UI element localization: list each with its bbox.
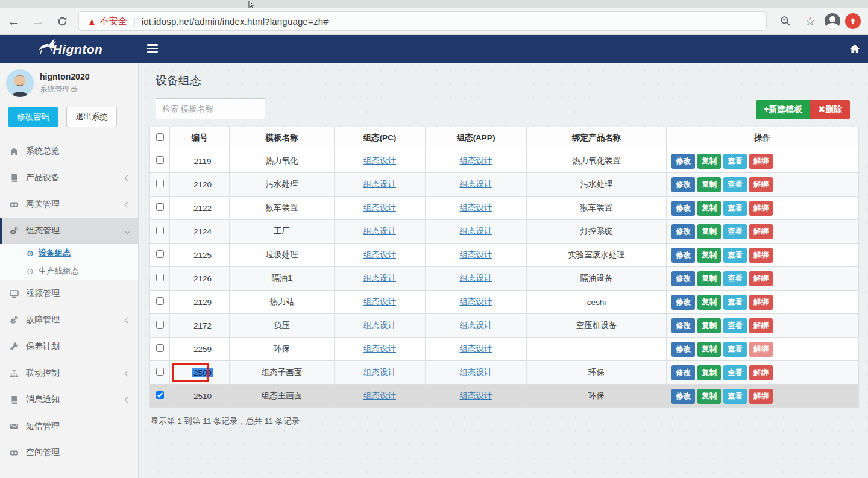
view-button[interactable]: 查看 [723,224,747,239]
address-bar[interactable]: ▲ 不安全 | iot.idosp.net/admin/index.html?l… [78,11,767,31]
sidebar-item-sms-management[interactable]: 短信管理 [0,413,138,439]
table-row[interactable]: 2509 组态子画面 组态设计 组态设计 环保 修改复制查看解绑 [150,361,859,385]
browser-profile-avatar[interactable] [825,13,840,29]
sidebar-item-fault-management[interactable]: 故障管理 [0,307,138,333]
config-design-link-pc[interactable]: 组态设计 [363,274,396,283]
copy-button[interactable]: 复制 [697,318,721,333]
sidebar-item-device-config[interactable]: ⊙ 设备组态 [0,244,138,262]
view-button[interactable]: 查看 [723,318,747,333]
edit-button[interactable]: 修改 [671,177,695,192]
table-row[interactable]: 2129 热力站 组态设计 组态设计 ceshi 修改复制查看解绑 [150,291,859,314]
config-design-link-app[interactable]: 组态设计 [460,274,492,283]
config-design-link-pc[interactable]: 组态设计 [363,250,396,259]
brand-logo[interactable]: Hignton [0,35,139,63]
config-design-link-app[interactable]: 组态设计 [460,368,492,377]
view-button[interactable]: 查看 [723,201,747,216]
copy-button[interactable]: 复制 [697,389,721,404]
config-design-link-app[interactable]: 组态设计 [460,344,492,353]
copy-button[interactable]: 复制 [697,365,721,380]
copy-button[interactable]: 复制 [697,248,721,263]
row-checkbox[interactable] [156,203,164,211]
unbind-button[interactable]: 解绑 [749,342,773,357]
config-design-link-app[interactable]: 组态设计 [460,227,492,236]
edit-button[interactable]: 修改 [671,365,695,380]
copy-button[interactable]: 复制 [697,342,721,357]
sidebar-item-message-notification[interactable]: 消息通知 [0,386,138,413]
table-row[interactable]: 2122 猴车装置 组态设计 组态设计 猴车装置 修改复制查看解绑 [150,197,859,220]
view-button[interactable]: 查看 [723,177,747,192]
copy-button[interactable]: 复制 [697,224,721,239]
config-design-link-app[interactable]: 组态设计 [460,297,492,306]
security-warning[interactable]: ▲ 不安全 [87,16,127,27]
config-design-link-pc[interactable]: 组态设计 [363,344,396,353]
config-design-link-app[interactable]: 组态设计 [460,321,492,330]
edit-button[interactable]: 修改 [671,224,695,239]
config-design-link-pc[interactable]: 组态设计 [363,156,396,165]
row-checkbox[interactable] [156,250,164,258]
edit-button[interactable]: 修改 [671,342,695,357]
table-row[interactable]: 2126 隔油1 组态设计 组态设计 隔油设备 修改复制查看解绑 [150,267,859,291]
sidebar-item-space-management[interactable]: 空间管理 [0,439,138,466]
unbind-button[interactable]: 解绑 [749,224,773,239]
copy-button[interactable]: 复制 [697,177,721,192]
back-button[interactable]: ← [4,11,24,31]
row-checkbox[interactable] [156,344,164,352]
config-design-link-app[interactable]: 组态设计 [460,203,492,212]
sidebar-item-gateway-management[interactable]: 网关管理 [0,191,138,218]
table-row[interactable]: 2119 热力氧化 组态设计 组态设计 热力氧化装置 修改复制查看解绑 [150,149,859,173]
edit-button[interactable]: 修改 [671,295,695,310]
config-design-link-pc[interactable]: 组态设计 [363,321,396,330]
config-design-link-pc[interactable]: 组态设计 [363,227,396,236]
table-row[interactable]: 2510 组态主画面 组态设计 组态设计 环保 修改复制查看解绑 [150,385,859,408]
config-design-link-pc[interactable]: 组态设计 [363,368,396,377]
bookmark-star-icon[interactable]: ☆ [800,14,820,28]
unbind-button[interactable]: 解绑 [749,248,773,263]
select-all-checkbox[interactable] [156,133,164,141]
copy-button[interactable]: 复制 [697,271,721,286]
unbind-button[interactable]: 解绑 [749,365,773,380]
table-row[interactable]: 2125 垃圾处理 组态设计 组态设计 实验室废水处理 修改复制查看解绑 [150,244,859,267]
table-row[interactable]: 2120 污水处理 组态设计 组态设计 污水处理 修改复制查看解绑 [150,173,859,197]
row-checkbox[interactable] [156,297,164,305]
logout-button[interactable]: 退出系统 [66,107,117,127]
sidebar-item-system-overview[interactable]: 系统总览 [0,138,138,165]
edit-button[interactable]: 修改 [671,248,695,263]
edit-button[interactable]: 修改 [671,389,695,404]
new-template-button[interactable]: +新建模板 [756,100,810,119]
copy-button[interactable]: 复制 [697,154,721,169]
row-checkbox[interactable] [156,274,164,281]
sidebar-item-config-management[interactable]: 组态管理 [0,218,138,244]
edit-button[interactable]: 修改 [671,154,695,169]
unbind-button[interactable]: 解绑 [749,295,773,310]
edit-button[interactable]: 修改 [671,201,695,216]
home-button[interactable] [849,43,861,57]
config-design-link-app[interactable]: 组态设计 [460,180,492,189]
config-design-link-pc[interactable]: 组态设计 [363,297,396,306]
zoom-out-button[interactable] [775,11,796,31]
unbind-button[interactable]: 解绑 [749,271,773,286]
sidebar-item-maintenance-plan[interactable]: 保养计划 [0,333,138,360]
copy-button[interactable]: 复制 [697,295,721,310]
row-checkbox[interactable] [156,368,164,376]
view-button[interactable]: 查看 [723,248,747,263]
table-row[interactable]: 2124 工厂 组态设计 组态设计 灯控系统 修改复制查看解绑 [150,220,859,244]
row-checkbox[interactable] [156,156,164,164]
view-button[interactable]: 查看 [723,295,747,310]
view-button[interactable]: 查看 [723,271,747,286]
change-password-button[interactable]: 修改密码 [8,107,58,127]
sidebar-item-production-line-config[interactable]: ⊙ 生产线组态 [0,262,138,280]
config-design-link-pc[interactable]: 组态设计 [363,391,396,400]
view-button[interactable]: 查看 [723,389,747,404]
config-design-link-app[interactable]: 组态设计 [460,250,492,259]
unbind-button[interactable]: 解绑 [749,177,773,192]
view-button[interactable]: 查看 [723,154,747,169]
search-input[interactable] [156,98,265,119]
row-checkbox[interactable] [156,391,164,399]
view-button[interactable]: 查看 [723,365,747,380]
unbind-button[interactable]: 解绑 [749,154,773,169]
row-checkbox[interactable] [156,180,164,187]
edit-button[interactable]: 修改 [671,271,695,286]
reload-button[interactable] [52,11,72,31]
unbind-button[interactable]: 解绑 [749,201,773,216]
delete-button[interactable]: ✖删除 [810,100,850,119]
